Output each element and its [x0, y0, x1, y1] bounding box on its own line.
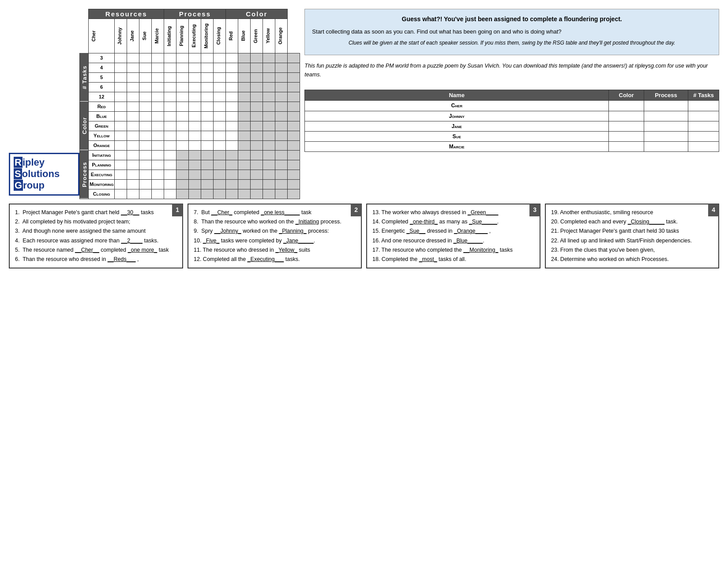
cg-initiating[interactable]: [176, 121, 189, 131]
cy-monitoring[interactable]: [214, 131, 226, 140]
pi-jane[interactable]: [139, 150, 152, 160]
t4-monitoring[interactable]: [214, 63, 226, 72]
pc-marcie[interactable]: [164, 189, 176, 199]
t12-planning[interactable]: [189, 92, 201, 102]
t4-marcie[interactable]: [164, 63, 176, 72]
pp-jane[interactable]: [139, 160, 152, 170]
pi-cher[interactable]: [115, 150, 127, 160]
pp-marcie[interactable]: [164, 160, 176, 170]
pp-cher[interactable]: [115, 160, 127, 170]
t12-initiating[interactable]: [176, 92, 189, 102]
t5-cher[interactable]: [115, 72, 127, 82]
cb-closing[interactable]: [226, 111, 238, 121]
summary-color-jane[interactable]: [609, 121, 644, 131]
cg-marcie[interactable]: [164, 121, 176, 131]
pc-sue[interactable]: [152, 189, 164, 199]
cb-sue[interactable]: [152, 111, 164, 121]
summary-color-cher[interactable]: [609, 100, 644, 111]
cr-monitoring[interactable]: [214, 102, 226, 111]
co-jane[interactable]: [139, 140, 152, 150]
cy-cher[interactable]: [115, 131, 127, 140]
cr-jane[interactable]: [139, 102, 152, 111]
pi-marcie[interactable]: [164, 150, 176, 160]
cb-planning[interactable]: [189, 111, 201, 121]
t4-initiating[interactable]: [176, 63, 189, 72]
cg-sue[interactable]: [152, 121, 164, 131]
summary-color-sue[interactable]: [609, 131, 644, 141]
summary-process-johnny[interactable]: [644, 111, 688, 121]
cr-initiating[interactable]: [176, 102, 189, 111]
cr-closing[interactable]: [226, 102, 238, 111]
t6-marcie[interactable]: [164, 82, 176, 92]
summary-process-marcie[interactable]: [644, 141, 688, 151]
cy-johnny[interactable]: [127, 131, 139, 140]
pp-johnny[interactable]: [127, 160, 139, 170]
cb-marcie[interactable]: [164, 111, 176, 121]
cg-cher[interactable]: [115, 121, 127, 131]
t12-executing[interactable]: [201, 92, 214, 102]
summary-color-johnny[interactable]: [609, 111, 644, 121]
pm-sue[interactable]: [152, 179, 164, 189]
pm-cher[interactable]: [115, 179, 127, 189]
t5-johnny[interactable]: [127, 72, 139, 82]
cg-closing[interactable]: [226, 121, 238, 131]
t5-initiating[interactable]: [176, 72, 189, 82]
t6-initiating[interactable]: [176, 82, 189, 92]
co-sue[interactable]: [152, 140, 164, 150]
cr-planning[interactable]: [189, 102, 201, 111]
cb-cher[interactable]: [115, 111, 127, 121]
summary-tasks-sue[interactable]: [688, 131, 719, 141]
cg-jane[interactable]: [139, 121, 152, 131]
cy-jane[interactable]: [139, 131, 152, 140]
pe-cher[interactable]: [115, 170, 127, 179]
cr-executing[interactable]: [201, 102, 214, 111]
t4-closing[interactable]: [226, 63, 238, 72]
summary-tasks-cher[interactable]: [688, 100, 719, 111]
co-executing[interactable]: [201, 140, 214, 150]
t3-marcie[interactable]: [164, 53, 176, 63]
t6-johnny[interactable]: [127, 82, 139, 92]
cy-executing[interactable]: [201, 131, 214, 140]
t5-monitoring[interactable]: [214, 72, 226, 82]
cr-johnny[interactable]: [127, 102, 139, 111]
cg-monitoring[interactable]: [214, 121, 226, 131]
pm-marcie[interactable]: [164, 179, 176, 189]
t6-jane[interactable]: [139, 82, 152, 92]
t12-johnny[interactable]: [127, 92, 139, 102]
co-planning[interactable]: [189, 140, 201, 150]
pc-jane[interactable]: [139, 189, 152, 199]
pp-sue[interactable]: [152, 160, 164, 170]
cr-cher[interactable]: [115, 102, 127, 111]
t6-executing[interactable]: [201, 82, 214, 92]
pc-johnny[interactable]: [127, 189, 139, 199]
summary-tasks-marcie[interactable]: [688, 141, 719, 151]
summary-tasks-johnny[interactable]: [688, 111, 719, 121]
t4-planning[interactable]: [189, 63, 201, 72]
t4-executing[interactable]: [201, 63, 214, 72]
cr-marcie[interactable]: [164, 102, 176, 111]
t3-monitoring[interactable]: [214, 53, 226, 63]
cb-executing[interactable]: [201, 111, 214, 121]
t3-executing[interactable]: [201, 53, 214, 63]
summary-process-cher[interactable]: [644, 100, 688, 111]
co-cher[interactable]: [115, 140, 127, 150]
t12-closing[interactable]: [226, 92, 238, 102]
summary-tasks-jane[interactable]: [688, 121, 719, 131]
t12-monitoring[interactable]: [214, 92, 226, 102]
pc-cher[interactable]: [115, 189, 127, 199]
cb-initiating[interactable]: [176, 111, 189, 121]
t5-planning[interactable]: [189, 72, 201, 82]
t5-marcie[interactable]: [164, 72, 176, 82]
t6-planning[interactable]: [189, 82, 201, 92]
co-initiating[interactable]: [176, 140, 189, 150]
t12-cher[interactable]: [115, 92, 127, 102]
t3-closing[interactable]: [226, 53, 238, 63]
pe-jane[interactable]: [139, 170, 152, 179]
summary-process-sue[interactable]: [644, 131, 688, 141]
cb-monitoring[interactable]: [214, 111, 226, 121]
t3-planning[interactable]: [189, 53, 201, 63]
t3-sue[interactable]: [152, 53, 164, 63]
cg-planning[interactable]: [189, 121, 201, 131]
co-closing[interactable]: [226, 140, 238, 150]
t6-cher[interactable]: [115, 82, 127, 92]
